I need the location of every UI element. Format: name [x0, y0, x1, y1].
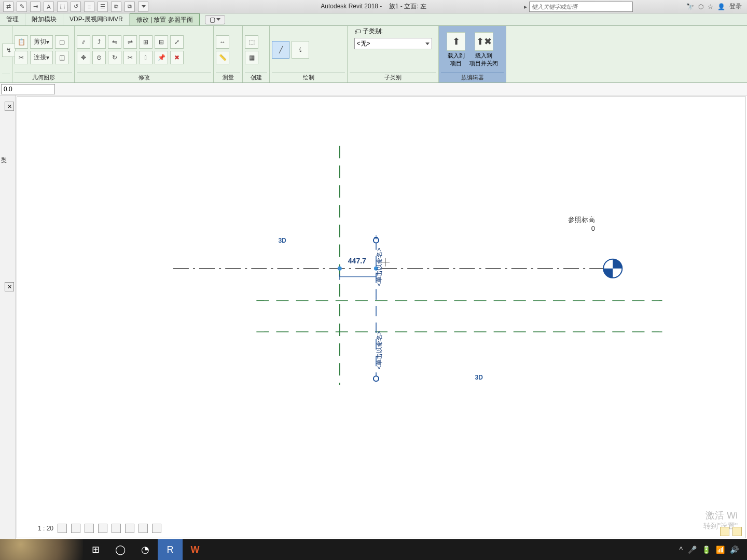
trim-icon[interactable]: ✂ — [123, 51, 137, 64]
crop-region-icon[interactable] — [125, 524, 134, 533]
join-button[interactable]: 连接 ▾ — [30, 51, 53, 64]
panel-family-editor: ⬆ 载入到 项目 ⬆✖ 载入到 项目并关闭 族编辑器 — [439, 26, 506, 82]
panel-label: 几何图形 — [15, 72, 72, 82]
detail-level-icon[interactable] — [58, 524, 67, 533]
qat-btn[interactable]: ⧉ — [125, 2, 135, 12]
measure-icon[interactable]: 📏 — [216, 51, 229, 64]
status-icon[interactable] — [732, 527, 742, 536]
qat-dropdown[interactable] — [138, 2, 148, 12]
chevron-down-icon — [425, 43, 430, 45]
cut-geom-icon[interactable]: ▢ — [55, 35, 68, 49]
subcat-icon: 🏷 — [354, 28, 361, 35]
comm-icon[interactable]: ⬡ — [698, 3, 703, 10]
load-project-button[interactable]: ⬆ 载入到 项目 — [447, 32, 465, 67]
load-close-button[interactable]: ⬆✖ 载入到 项目并关闭 — [469, 32, 498, 67]
binoculars-icon[interactable]: 🔭 — [686, 3, 694, 10]
qat-btn[interactable]: ↺ — [71, 2, 81, 12]
tab-addons[interactable]: 附加模块 — [25, 13, 63, 25]
split-icon[interactable]: ⫿ — [139, 51, 153, 64]
mirror2-icon[interactable]: ⇌ — [123, 35, 137, 49]
panel-label: 子类别 — [350, 72, 436, 82]
cut-button[interactable]: 剪切 ▾ — [30, 35, 53, 49]
line-tool-icon[interactable]: ╱ — [272, 41, 289, 59]
tray-expand-icon[interactable]: ^ — [679, 545, 683, 554]
qat-btn[interactable]: ≡ — [84, 2, 94, 12]
level-name[interactable]: 参照标高 — [568, 215, 595, 225]
tab-modify-active[interactable]: 修改 | 放置 参照平面 — [130, 13, 200, 25]
qat-btn[interactable]: ⧉ — [111, 2, 121, 12]
login-link[interactable]: 登录 — [729, 2, 742, 11]
panel-label: 创建 — [245, 72, 267, 82]
edge-icon[interactable]: ◔ — [133, 539, 158, 560]
chrome-icon[interactable]: ◯ — [108, 539, 133, 560]
status-strip — [720, 527, 742, 536]
sun-path-icon[interactable] — [85, 524, 94, 533]
ribbon: ↯ 📋剪切 ▾▢ ✂连接 ▾◫ 几何图形 ⫽ ⤴ ⇋ ⇌ ⊞ ⊟ ⤢ — [0, 26, 747, 83]
create-icon[interactable]: ⬚ — [245, 35, 258, 49]
revit-taskbar-icon[interactable]: R — [158, 539, 183, 560]
search-arrow-icon: ▸ — [524, 3, 527, 10]
mirror-icon[interactable]: ⇋ — [108, 35, 121, 49]
panel-create: ⬚ ▦ 创建 — [243, 26, 270, 82]
visual-style-icon[interactable] — [71, 524, 80, 533]
qat-btn[interactable]: ⇥ — [30, 2, 40, 12]
qat-btn[interactable]: ✎ — [17, 2, 27, 12]
properties-strip: ✕ 类型 ✕ — [0, 95, 16, 539]
rotate-icon[interactable]: ↻ — [108, 51, 121, 64]
qat-btn[interactable]: ⇄ — [3, 2, 13, 12]
user-icon[interactable]: 👤 — [717, 3, 725, 10]
subcat-value: <无> — [357, 39, 370, 48]
align-icon[interactable]: ⫽ — [77, 35, 90, 49]
dimension-icon[interactable]: ↔ — [216, 35, 229, 49]
label-3d: 3D — [475, 374, 483, 381]
delete-icon[interactable]: ✖ — [170, 51, 184, 64]
panel-label: 绘制 — [272, 72, 345, 82]
qat-btn[interactable]: ☰ — [98, 2, 108, 12]
paste-icon[interactable]: 📋 — [15, 35, 28, 49]
crop-icon[interactable] — [112, 524, 121, 533]
qat-btn[interactable]: A — [44, 2, 54, 12]
mic-icon[interactable]: 🎤 — [688, 545, 697, 554]
hide-icon[interactable] — [139, 524, 148, 533]
search-input[interactable] — [529, 2, 633, 12]
qat-btn[interactable]: ⬚ — [57, 2, 67, 12]
canvas-viewport[interactable]: 447.7 3D 3D <单击以命名> <单击以命名> 参照标高 0 1 : 2… — [17, 96, 746, 538]
array2-icon[interactable]: ⊟ — [155, 35, 168, 49]
star-icon[interactable]: ☆ — [708, 3, 713, 10]
svg-point-6 — [374, 376, 379, 381]
shadows-icon[interactable] — [98, 524, 107, 533]
close-panel-button[interactable]: ✕ — [5, 102, 14, 111]
reveal-icon[interactable] — [152, 524, 161, 533]
pick-line-icon[interactable]: ⤹ — [292, 41, 309, 59]
move-icon[interactable]: ✥ — [77, 51, 90, 64]
wps-icon[interactable]: W — [183, 539, 208, 560]
tab-overflow[interactable]: ▢ — [205, 15, 225, 24]
panel-draw: ╱ ⤹ 绘制 — [270, 26, 348, 82]
scale-icon[interactable]: ⤢ — [170, 35, 184, 49]
volume-icon[interactable]: 🔊 — [730, 545, 739, 554]
dimension-value: 447.7 — [348, 257, 366, 265]
wifi-icon[interactable]: 📶 — [716, 545, 725, 554]
offset-icon[interactable]: ⤴ — [92, 35, 106, 49]
level-value[interactable]: 0 — [591, 225, 595, 232]
battery-icon[interactable]: 🔋 — [702, 545, 711, 554]
tab-vdp[interactable]: VDP-展视网BIMVR — [63, 13, 130, 25]
click-to-name-label: <单击以命名> — [376, 331, 383, 369]
system-tray: ^ 🎤 🔋 📶 🔊 — [679, 545, 747, 554]
view-scale[interactable]: 1 : 20 — [38, 525, 53, 532]
status-icon[interactable] — [720, 527, 729, 536]
click-to-name-label: <单击以命名> — [376, 248, 383, 286]
array-icon[interactable]: ⊞ — [139, 35, 153, 49]
pin-icon[interactable]: 📌 — [155, 51, 168, 64]
task-view-icon[interactable]: ⊞ — [83, 539, 108, 560]
subcategory-select[interactable]: <无> — [354, 38, 432, 49]
group-icon[interactable]: ▦ — [245, 51, 258, 64]
load-icon: ⬆ — [447, 32, 465, 51]
offset-input[interactable] — [1, 84, 55, 94]
copy-icon[interactable]: ⊙ — [92, 51, 106, 64]
join-geom-icon[interactable]: ◫ — [55, 51, 68, 64]
clipboard-icon[interactable]: ✂ — [15, 51, 28, 64]
close-panel-button-2[interactable]: ✕ — [5, 282, 14, 291]
load-close-icon: ⬆✖ — [475, 32, 493, 51]
tab-manage[interactable]: 管理 — [0, 13, 25, 25]
